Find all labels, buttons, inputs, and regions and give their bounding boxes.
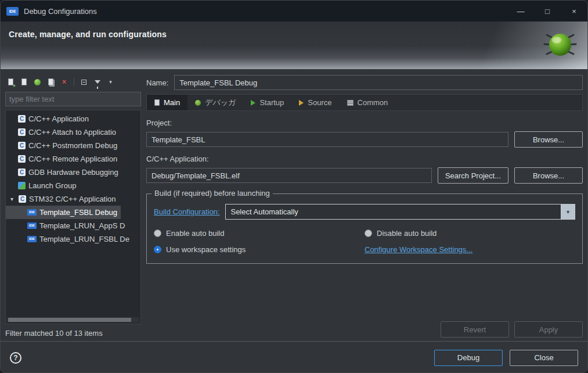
tree-item-label: C/C++ Postmortem Debug [28,141,117,150]
debug-configurations-dialog: IDE Debug Configurations — □ × Create, m… [0,0,588,373]
tree-item-c-application[interactable]: C C/C++ Application [6,112,92,125]
dialog-footer: ? Debug Close [1,341,587,373]
launch-group-icon [18,182,26,189]
radio-label: Use workspace settings [166,245,246,254]
application-input[interactable] [146,168,432,183]
tree-item-label: GDB Hardware Debugging [28,168,118,177]
tab-label: Main [164,98,180,107]
window-title: Debug Configurations [24,7,97,16]
close-dialog-button[interactable]: Close [510,350,578,366]
use-workspace-settings-radio[interactable]: Use workspace settings [154,245,365,254]
ide-badge-icon: IDE [27,223,37,229]
debugger-tab-icon [195,100,201,106]
tree-item-label: Launch Group [28,181,76,190]
tree-item-label: C/C++ Attach to Applicatio [28,128,116,137]
tree-item-stm32-application[interactable]: ▾ C STM32 C/C++ Application [6,192,120,206]
tab-bar: Main デバッガ Startup Source Common [146,94,583,111]
c-application-icon: C [18,168,26,176]
tab-common[interactable]: Common [340,95,396,110]
minimize-button[interactable]: — [507,1,534,21]
radio-label: Disable auto build [377,229,437,238]
tab-label: Common [358,98,388,107]
project-row: Browse... [146,131,583,148]
main-tab-icon [154,99,160,106]
ide-badge-icon: IDE [27,236,37,242]
configurations-tree: C C/C++ Application C C/C++ Attach to Ap… [5,110,141,324]
filter-input[interactable] [5,92,141,106]
tree-item-label: Template_LRUN_FSBL De [39,235,129,243]
source-tab-icon [299,100,304,106]
main-tab-content: Project: Browse... C/C++ Application: Se… [146,119,583,338]
configure-workspace-settings-link[interactable]: Configure Workspace Settings... [365,245,575,254]
radio-label: Enable auto build [166,229,224,238]
tree-item-label: STM32 C/C++ Application [29,195,116,203]
auto-build-options: Enable auto build Disable auto build Use… [154,229,575,254]
build-configuration-select[interactable]: Select Automatically ▾ [225,204,575,220]
build-configuration-link[interactable]: Build Configuration: [154,207,219,216]
apply-button[interactable]: Apply [514,321,583,338]
common-tab-icon [347,100,353,106]
horizontal-scrollbar[interactable] [7,317,139,322]
tree-item-c-attach[interactable]: C C/C++ Attach to Applicatio [6,125,120,139]
tree-item-gdb-hardware[interactable]: C GDB Hardware Debugging [6,166,122,179]
banner-title: Create, manage, and run configurations [9,30,167,39]
tree-item-template-fsbl-debug[interactable]: IDE Template_FSBL Debug [6,206,121,219]
duplicate-configuration-icon[interactable] [46,78,55,87]
tree-item-c-postmortem[interactable]: C C/C++ Postmortem Debug [6,139,121,152]
delete-configuration-icon[interactable]: × [60,78,68,87]
maximize-button[interactable]: □ [534,1,561,21]
combo-dropdown-button[interactable]: ▾ [561,205,575,219]
tab-label: Startup [259,98,284,107]
collapse-all-icon[interactable] [80,78,88,87]
expander-open-icon[interactable]: ▾ [8,196,16,202]
new-prototype-icon[interactable] [20,78,28,87]
tree-item-launch-group[interactable]: Launch Group [6,179,80,192]
tab-startup[interactable]: Startup [243,95,291,110]
tab-debugger[interactable]: デバッガ [187,95,243,110]
new-launch-configuration-icon[interactable] [6,78,15,87]
window-close-button[interactable]: × [561,1,587,21]
tree-item-template-lrun-fsbl[interactable]: IDE Template_LRUN_FSBL De [6,232,133,246]
name-row: Name: [146,75,583,90]
debug-button[interactable]: Debug [434,350,503,366]
export-configurations-icon[interactable] [33,78,42,87]
disable-auto-build-radio[interactable]: Disable auto build [365,229,575,238]
c-application-icon: C [18,142,26,149]
tree-item-label: C/C++ Remote Application [28,155,117,163]
tab-main[interactable]: Main [147,95,187,110]
build-configuration-row: Build Configuration: Select Automaticall… [154,204,575,220]
build-group-title: Build (if required) before launching [151,189,273,198]
project-label: Project: [146,119,583,127]
filter-status: Filter matched 10 of 13 items [5,329,141,338]
help-button[interactable]: ? [10,352,21,364]
application-browse-button[interactable]: Browse... [514,167,583,184]
revert-apply-row: Revert Apply [146,315,583,338]
titlebar: IDE Debug Configurations — □ × [1,1,587,21]
build-before-launch-group: Build (if required) before launching Bui… [146,193,583,264]
sidebar-toolbar: × ▾ [5,75,141,89]
project-input[interactable] [146,132,508,147]
startup-tab-icon [251,100,255,106]
enable-auto-build-radio[interactable]: Enable auto build [154,229,365,238]
search-project-button[interactable]: Search Project... [438,167,508,184]
tree-item-c-remote[interactable]: C C/C++ Remote Application [6,152,121,166]
revert-button[interactable]: Revert [441,321,509,338]
name-label: Name: [146,78,168,87]
tree-item-template-lrun-apps[interactable]: IDE Template_LRUN_AppS D [6,219,128,232]
window-controls: — □ × [507,1,587,21]
name-input[interactable] [174,75,583,90]
view-menu-icon[interactable]: ▾ [106,78,115,87]
filter-icon[interactable] [93,78,102,87]
scrollbar-thumb[interactable] [8,318,131,322]
project-browse-button[interactable]: Browse... [514,131,583,148]
dialog-body: × ▾ C C/C++ Application C C/C++ Attach t… [1,69,587,341]
tab-label: Source [308,98,331,107]
radio-unchecked-icon [154,229,161,237]
c-application-icon: C [18,115,26,123]
application-label: C/C++ Application: [146,155,583,163]
c-application-icon: C [18,155,26,163]
c-application-icon: C [18,128,26,136]
selected-option: Select Automatically [226,205,561,219]
tab-source[interactable]: Source [291,95,339,110]
radio-checked-icon [154,246,161,253]
